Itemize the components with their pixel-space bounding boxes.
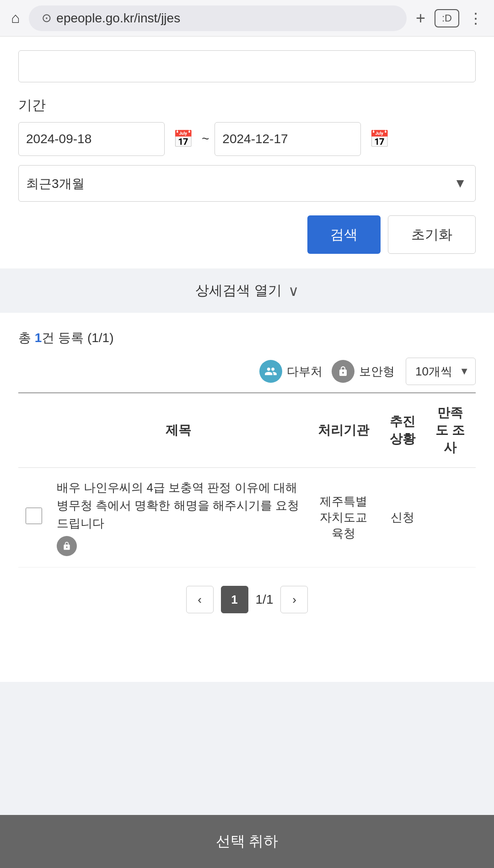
period-label: 기간	[18, 96, 476, 115]
page-size-select[interactable]: 10개씩 20개씩 30개씩	[406, 358, 476, 385]
period-select[interactable]: 최근3개월 최근1개월 최근6개월 직접입력	[18, 165, 476, 202]
period-select-wrapper: 최근3개월 최근1개월 최근6개월 직접입력 ▼	[18, 165, 476, 202]
row-status-cell: 신청	[381, 468, 424, 568]
table-row: 배우 나인우씨의 4급 보충역 판정 이유에 대해 병무청 측에서 명확한 해명…	[18, 468, 476, 568]
reset-button[interactable]: 초기화	[388, 215, 476, 254]
row-title-cell: 배우 나인우씨의 4급 보충역 판정 이유에 대해 병무청 측에서 명확한 해명…	[49, 468, 307, 568]
table-header-checkbox	[18, 393, 49, 468]
table-header-agency: 처리기관	[307, 393, 381, 468]
legend-multi-label: 다부처	[287, 364, 322, 380]
bottom-action-label: 선택 취하	[216, 833, 279, 849]
secure-icon	[332, 360, 354, 383]
results-table: 제목 처리기관 추진상황 만족도 조사 배우 나인우씨의 4급 보충역 판정 이…	[18, 392, 476, 568]
table-header-title: 제목	[49, 393, 307, 468]
detail-search-bar[interactable]: 상세검색 열기 ∨	[0, 268, 494, 313]
pagination: ‹ 1 1/1 ›	[18, 568, 476, 627]
new-tab-button[interactable]: +	[416, 9, 425, 28]
table-header-satisfaction: 만족도 조사	[424, 393, 476, 468]
page-info: 1/1	[256, 592, 274, 607]
more-menu-button[interactable]: ⋮	[468, 10, 483, 27]
row-title-text[interactable]: 배우 나인우씨의 4급 보충역 판정 이유에 대해 병무청 측에서 명확한 해명…	[57, 479, 300, 532]
browser-chrome: ⌂ ⊙ epeople.go.kr/inst/jjes + :D ⋮	[0, 0, 494, 37]
results-section: 총 1건 등록 (1/1) 다부처 보안형	[0, 313, 494, 636]
calendar-start-button[interactable]: 📅	[170, 129, 196, 149]
date-end-input[interactable]	[215, 122, 361, 156]
url-text: epeople.go.kr/inst/jjes	[56, 11, 180, 26]
page-1-button[interactable]: 1	[221, 586, 248, 613]
url-bar[interactable]: ⊙ epeople.go.kr/inst/jjes	[29, 5, 407, 31]
legend-items: 다부처 보안형	[259, 360, 395, 383]
search-section: 기간 📅 ~ 📅 최근3개월 최근1개월 최근6개월 직접입력 ▼ 검색 초기화	[0, 37, 494, 268]
date-start-input[interactable]	[18, 122, 165, 156]
table-header-row: 제목 처리기관 추진상황 만족도 조사	[18, 393, 476, 468]
row-satisfaction-cell	[424, 468, 476, 568]
results-count-number: 1	[35, 331, 42, 345]
search-buttons: 검색 초기화	[18, 215, 476, 254]
detail-search-label: 상세검색 열기	[195, 281, 281, 300]
chevron-down-icon: ∨	[288, 282, 299, 300]
results-count: 총 1건 등록 (1/1)	[18, 329, 476, 347]
site-icon: ⊙	[42, 11, 52, 25]
tab-switcher[interactable]: :D	[435, 9, 459, 27]
row-checkbox[interactable]	[26, 508, 42, 524]
date-range-row: 📅 ~ 📅	[18, 122, 476, 156]
search-button[interactable]: 검색	[307, 215, 381, 254]
calendar-end-button[interactable]: 📅	[366, 129, 392, 149]
multi-dept-icon	[259, 360, 282, 383]
date-separator: ~	[202, 132, 209, 146]
legend-secure: 보안형	[332, 360, 395, 383]
legend-multi: 다부처	[259, 360, 322, 383]
legend-secure-label: 보안형	[359, 364, 395, 380]
search-top-input[interactable]	[18, 50, 476, 82]
results-controls: 다부처 보안형 10개씩 20개씩 30개씩 ▼	[18, 358, 476, 385]
home-icon[interactable]: ⌂	[11, 10, 20, 27]
row-secure-badge	[57, 536, 77, 556]
page-size-select-wrapper: 10개씩 20개씩 30개씩 ▼	[406, 358, 476, 385]
table-header-status: 추진상황	[381, 393, 424, 468]
page-content: 기간 📅 ~ 📅 최근3개월 최근1개월 최근6개월 직접입력 ▼ 검색 초기화	[0, 37, 494, 682]
row-agency-cell: 제주특별자치도교육청	[307, 468, 381, 568]
next-page-button[interactable]: ›	[280, 586, 308, 613]
bottom-action-bar[interactable]: 선택 취하	[0, 815, 494, 868]
prev-page-button[interactable]: ‹	[186, 586, 214, 613]
row-checkbox-cell	[18, 468, 49, 568]
